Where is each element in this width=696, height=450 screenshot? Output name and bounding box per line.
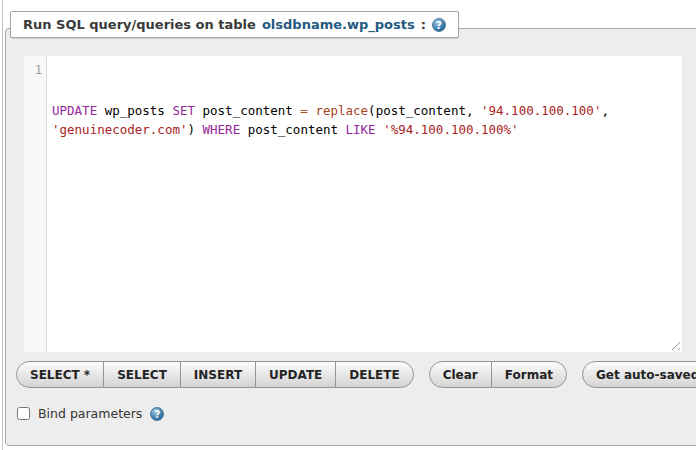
button-update[interactable]: UPDATE	[255, 361, 336, 388]
button-select[interactable]: SELECT *	[16, 361, 104, 388]
button-select[interactable]: SELECT	[103, 361, 181, 388]
code-content[interactable]: UPDATE wp_posts SET post_content = repla…	[47, 56, 682, 352]
button-insert[interactable]: INSERT	[180, 361, 256, 388]
editor-gutter: 1	[24, 56, 47, 352]
help-icon[interactable]: ?	[432, 18, 446, 32]
page-left-border	[2, 0, 3, 450]
bind-parameters-checkbox[interactable]	[17, 407, 30, 420]
sql-query-legend: Run SQL query/queries on table olsdbname…	[10, 11, 459, 38]
legend-colon: :	[421, 17, 426, 32]
phpmyadmin-sql-panel: Run SQL query/queries on table olsdbname…	[0, 0, 696, 450]
button-delete[interactable]: DELETE	[335, 361, 413, 388]
get-auto-saved-query-button[interactable]: Get auto-saved query	[582, 361, 696, 388]
sql-token-op: =	[300, 103, 308, 118]
bind-parameters-row: Bind parameters ?	[17, 406, 164, 421]
code-line: UPDATE wp_posts SET post_content = repla…	[52, 101, 674, 120]
sql-token-plain: post_content	[195, 103, 300, 118]
query-buttons-row: SELECT *SELECTINSERTUPDATEDELETE ClearFo…	[16, 361, 696, 388]
sql-token-plain: (post_content,	[368, 103, 481, 118]
button-format[interactable]: Format	[491, 361, 567, 388]
edit-buttons: ClearFormat	[429, 361, 567, 388]
query-template-buttons: SELECT *SELECTINSERTUPDATEDELETE	[16, 361, 414, 388]
sql-token-str: 'genuinecoder.com'	[52, 122, 187, 137]
sql-token-kw: SET	[172, 103, 195, 118]
bind-parameters-label: Bind parameters	[38, 406, 142, 421]
sql-token-plain: wp_posts	[97, 103, 172, 118]
button-clear[interactable]: Clear	[429, 361, 492, 388]
sql-token-fn: replace	[315, 103, 368, 118]
resize-grip-icon[interactable]	[668, 338, 680, 350]
sql-token-kw: UPDATE	[52, 103, 97, 118]
bind-parameters-help-icon[interactable]: ?	[150, 407, 164, 421]
sql-token-kw: LIKE	[346, 122, 376, 137]
table-link[interactable]: olsdbname.wp_posts	[262, 17, 415, 32]
sql-code-editor[interactable]: 1 UPDATE wp_posts SET post_content = rep…	[24, 56, 682, 352]
autosave-button-group: Get auto-saved query	[582, 361, 696, 388]
sql-token-plain: )	[187, 122, 202, 137]
sql-token-str: '%94.100.100.100%'	[383, 122, 518, 137]
sql-token-plain: ,	[601, 103, 609, 118]
line-number: 1	[35, 63, 42, 77]
sql-token-kw: WHERE	[203, 122, 241, 137]
sql-token-plain: post_content	[240, 122, 345, 137]
legend-text: Run SQL query/queries on table	[23, 17, 256, 32]
sql-token-str: '94.100.100.100'	[481, 103, 601, 118]
code-line: 'genuinecoder.com') WHERE post_content L…	[52, 120, 674, 139]
